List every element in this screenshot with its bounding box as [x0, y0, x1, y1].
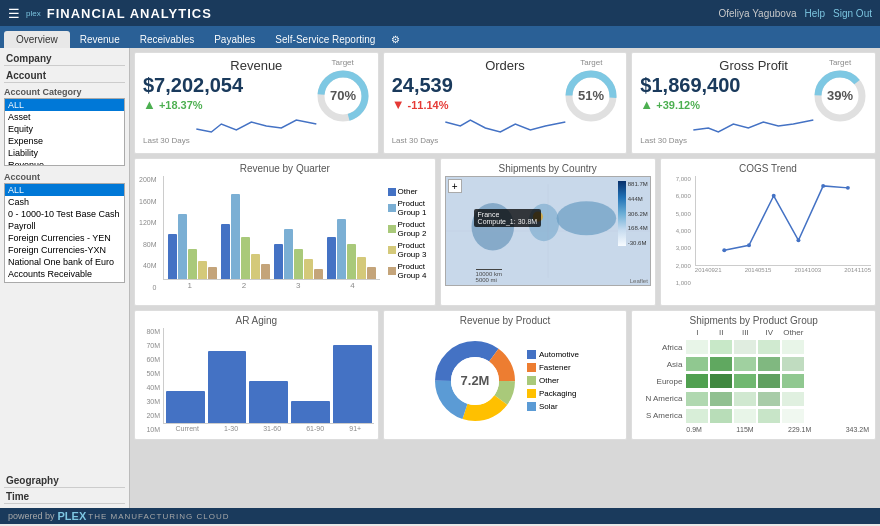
bar [261, 264, 270, 279]
svg-point-20 [846, 186, 850, 190]
svg-point-16 [747, 243, 751, 247]
list-item[interactable]: Equity [5, 123, 124, 135]
bar [168, 234, 177, 279]
signout-link[interactable]: Sign Out [833, 8, 872, 19]
bar [294, 249, 303, 279]
bar [208, 267, 217, 279]
list-item[interactable]: Cash [5, 196, 124, 208]
sidebar: Company Account Account Category ALL Ass… [0, 48, 130, 508]
help-link[interactable]: Help [805, 8, 826, 19]
map-scale: 10000 km 5000 mi [476, 269, 502, 283]
list-item[interactable]: Foreign Currencies-YXN [5, 244, 124, 256]
list-item[interactable]: Foreign Currencies - YEN [5, 232, 124, 244]
tab-overview[interactable]: Overview [4, 31, 70, 48]
chart-revenue-quarter-body: 200M160M120M80M40M0 [139, 176, 431, 291]
legend-item: Fastener [527, 363, 579, 372]
chart-cogs-title: COGS Trend [665, 163, 871, 174]
bar-group-4 [327, 219, 376, 279]
legend-item: Product Group 2 [388, 220, 431, 238]
target-label: Target [562, 58, 620, 67]
category-listbox[interactable]: ALL Asset Equity Expense Liability Reven… [4, 98, 125, 166]
heatmap-row-asia: Asia [636, 357, 871, 371]
product-legend: Automotive Fastener Other Packaging Sola… [527, 350, 579, 411]
ar-bar [249, 381, 288, 423]
list-item[interactable]: Revenue [5, 159, 124, 166]
kpi-gross-profit-target: Target 39% [811, 58, 869, 127]
tooltip-value: Compute_1: 30.8M [478, 218, 538, 225]
geography-section: Geography Time [4, 474, 125, 504]
heatmap-row-africa: Africa [636, 340, 871, 354]
map-zoom-btn[interactable]: + [448, 179, 462, 193]
product-chart-body: 7.2M Automotive Fastener Other Packaging… [388, 328, 623, 433]
account-label: Account [4, 69, 125, 83]
logo-text: plex [26, 9, 41, 18]
list-item[interactable]: National One bank of Euro [5, 256, 124, 268]
kpi-gross-profit-change: +39.12% [656, 99, 700, 111]
arrow-down-icon: ▼ [392, 97, 405, 112]
legend-item: Product Group 1 [388, 199, 431, 217]
account-category-section: Account Category ALL Asset Equity Expens… [4, 86, 125, 166]
legend-labels: 881.7M444M306.2M168.4M-30.6M [628, 181, 648, 246]
chart-revenue-by-product: Revenue by Product 7.2M [383, 310, 628, 440]
kpi-revenue-target: Target 70% [314, 58, 372, 127]
heatmap-row-europe: Europe [636, 374, 871, 388]
chart-revenue-by-quarter: Revenue by Quarter 200M160M120M80M40M0 [134, 158, 436, 306]
y-axis-ar: 80M70M60M50M40M30M20M10M [139, 328, 161, 433]
account-list-section: Account ALL Cash 0 - 1000-10 Test Base C… [4, 171, 125, 283]
svg-point-10 [556, 201, 616, 235]
kpi-orders: Orders 24,539 ▼ -11.14% Last 30 Days Tar… [383, 52, 628, 154]
username: Ofeliya Yagubova [718, 8, 796, 19]
kpi-gross-profit: Gross Profit $1,869,400 ▲ +39.12% Last 3… [631, 52, 876, 154]
bar-group-1 [168, 214, 217, 279]
bar-group-2 [221, 194, 270, 279]
x-axis-cogs: 20140921201405152014100320141105 [695, 266, 871, 274]
tab-payables[interactable]: Payables [204, 31, 265, 48]
ar-bar [291, 401, 330, 423]
tab-revenue[interactable]: Revenue [70, 31, 130, 48]
ar-aging-body: 80M70M60M50M40M30M20M10M Current1-3031-6… [139, 328, 374, 433]
list-item[interactable]: Payroll [5, 220, 124, 232]
tab-receivables[interactable]: Receivables [130, 31, 204, 48]
tab-settings-icon[interactable]: ⚙ [385, 31, 406, 48]
svg-text:39%: 39% [827, 88, 853, 103]
map-color-legend: 881.7M444M306.2M168.4M-30.6M [618, 181, 648, 246]
list-item[interactable]: Accounts Receivable [5, 268, 124, 280]
list-item[interactable]: Asset [5, 111, 124, 123]
legend-item: Other [388, 187, 431, 196]
kpi-revenue-change: +18.37% [159, 99, 203, 111]
cogs-line-area: 20140921201405152014100320141105 [695, 176, 871, 286]
bar [314, 269, 323, 279]
y-axis-cogs: 7,0006,0005,0004,0003,0002,0001,000 [665, 176, 693, 286]
svg-point-19 [821, 184, 825, 188]
list-item[interactable]: Intercompany AR [5, 280, 124, 283]
geography-label[interactable]: Geography [4, 474, 125, 488]
svg-text:51%: 51% [578, 88, 604, 103]
list-item[interactable]: ALL [5, 184, 124, 196]
bar [188, 249, 197, 279]
heatmap-body: I II III IV Other Africa [636, 328, 871, 433]
tooltip-country: France [478, 211, 538, 218]
cogs-chart-body: 7,0006,0005,0004,0003,0002,0001,000 [665, 176, 871, 286]
list-item[interactable]: 0 - 1000-10 Test Base Cash [5, 208, 124, 220]
list-item[interactable]: ALL [5, 99, 124, 111]
kpi-orders-change: -11.14% [408, 99, 449, 111]
list-item[interactable]: Expense [5, 135, 124, 147]
ar-bars [163, 328, 374, 424]
time-label[interactable]: Time [4, 490, 125, 504]
bar [337, 219, 346, 279]
bar [241, 237, 250, 279]
tab-self-service[interactable]: Self-Service Reporting [265, 31, 385, 48]
footer-tagline: THE MANUFACTURING CLOUD [88, 512, 229, 521]
ar-bar [166, 391, 205, 423]
bar [367, 267, 376, 279]
cogs-svg [695, 176, 871, 266]
ar-x-labels: Current1-3031-6061-9091+ [163, 424, 374, 433]
bar [221, 224, 230, 279]
orders-donut: 51% [562, 67, 620, 125]
list-item[interactable]: Liability [5, 147, 124, 159]
legend-item: Solar [527, 402, 579, 411]
account-listbox[interactable]: ALL Cash 0 - 1000-10 Test Base Cash Payr… [4, 183, 125, 283]
map-container: + France Compute_1: 30.8M 881.7M444M306.… [445, 176, 651, 286]
x-axis: 1234 [163, 280, 380, 291]
hamburger-icon[interactable]: ☰ [8, 6, 20, 21]
